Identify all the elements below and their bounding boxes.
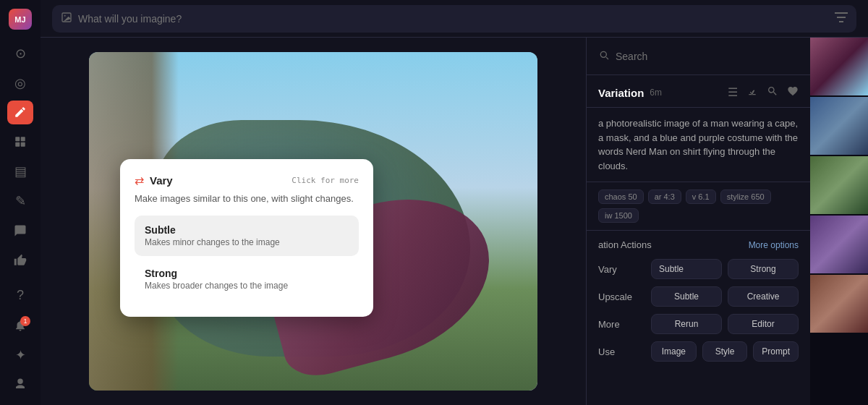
svg-point-5: [64, 14, 66, 16]
prompt-input-wrap[interactable]: [52, 5, 856, 33]
upscale-creative-button[interactable]: Creative: [728, 286, 799, 307]
actions-title: ation Actions: [598, 239, 652, 250]
panel-header: Variation 6m ☰: [587, 75, 810, 108]
tag-stylize[interactable]: stylize 650: [720, 189, 771, 204]
vary-subtitle: Make images similar to this one, with sl…: [135, 193, 359, 204]
tag-ar[interactable]: ar 4:3: [648, 189, 681, 204]
vary-popup: ⇄ Vary Click for more Make images simila…: [120, 159, 373, 317]
strip-image-1[interactable]: [810, 38, 868, 95]
sun-icon[interactable]: ✦: [7, 343, 33, 367]
like-icon[interactable]: [7, 248, 33, 272]
vary-option-strong-desc: Makes broader changes to the image: [145, 281, 349, 291]
editor-button[interactable]: Editor: [728, 314, 799, 334]
use-action-row: Use Image Style Prompt: [598, 341, 799, 362]
vary-option-subtle-title: Subtle: [145, 224, 349, 236]
search-icon: [598, 49, 610, 64]
topbar: [41, 0, 868, 38]
vary-popup-header: ⇄ Vary Click for more: [135, 174, 359, 187]
strip-image-4[interactable]: [810, 216, 868, 273]
strip-image-5[interactable]: [810, 275, 868, 333]
favorite-icon[interactable]: [787, 85, 799, 100]
svg-rect-0: [15, 137, 20, 142]
vary-option-strong[interactable]: Strong Makes broader changes to the imag…: [135, 259, 359, 299]
create-icon[interactable]: [7, 101, 33, 124]
panel-icons: ☰: [728, 85, 799, 100]
menu-icon[interactable]: ☰: [728, 85, 738, 100]
strip-image-2[interactable]: [810, 97, 868, 155]
vary-click-hint[interactable]: Click for more: [292, 176, 359, 185]
content-area: ⇄ Vary Click for more Make images simila…: [41, 38, 868, 405]
use-image-button[interactable]: Image: [651, 341, 697, 362]
gallery-icon[interactable]: [7, 130, 33, 154]
svg-rect-1: [21, 137, 25, 142]
tag-iw[interactable]: iw 1500: [598, 208, 639, 223]
search-input[interactable]: [616, 51, 799, 62]
vary-title: Vary: [150, 174, 173, 187]
use-action-label: Use: [598, 346, 645, 357]
use-style-button[interactable]: Style: [702, 341, 748, 362]
prompt-input[interactable]: [78, 13, 829, 25]
panel-time: 6m: [650, 88, 662, 98]
actions-header: ation Actions More options: [598, 239, 799, 250]
panel-description: a photorealistic image of a man wearing …: [587, 108, 810, 182]
panel-tags: chaos 50 ar 4:3 v 6.1 stylize 650 iw 150…: [587, 182, 810, 231]
more-options-link[interactable]: More options: [749, 240, 799, 250]
upscale-action-row: Upscale Subtle Creative: [598, 286, 799, 307]
panel-title-row: Variation 6m: [598, 87, 662, 99]
vary-option-strong-title: Strong: [145, 268, 349, 279]
panel-title: Variation: [598, 87, 644, 99]
main-content: ⇄ Vary Click for more Make images simila…: [41, 0, 868, 405]
sidebar: MJ ⊙ ◎ ▤ ✎ ? ✦: [0, 0, 41, 405]
chat-icon[interactable]: [7, 219, 33, 243]
tag-chaos[interactable]: chaos 50: [598, 189, 644, 204]
upscale-subtle-button[interactable]: Subtle: [651, 286, 722, 307]
help-icon[interactable]: ?: [7, 284, 33, 307]
explore-icon[interactable]: ◎: [7, 71, 33, 95]
vary-strong-button[interactable]: Strong: [728, 259, 799, 279]
notification-icon[interactable]: [7, 313, 33, 337]
user-avatar[interactable]: MJ: [9, 9, 32, 30]
svg-rect-2: [15, 142, 20, 147]
image-attach-icon: [61, 12, 72, 26]
vary-icon: ⇄: [135, 174, 144, 187]
download-icon[interactable]: [746, 85, 758, 100]
more-action-row: More Rerun Editor: [598, 314, 799, 334]
vary-option-subtle-desc: Makes minor changes to the image: [145, 237, 349, 247]
rerun-button[interactable]: Rerun: [651, 314, 722, 334]
filter-icon[interactable]: [835, 12, 848, 25]
image-area: ⇄ Vary Click for more Make images simila…: [41, 38, 586, 405]
panel-actions: ation Actions More options Vary Subtle S…: [587, 231, 810, 378]
more-action-label: More: [598, 319, 645, 330]
vary-action-label: Vary: [598, 264, 645, 275]
strip-image-3[interactable]: [810, 156, 868, 214]
image-strip: [810, 38, 868, 405]
search-bar: [587, 38, 810, 75]
svg-rect-3: [21, 142, 25, 147]
vary-title-row: ⇄ Vary: [135, 174, 173, 187]
right-panel: Variation 6m ☰ a photoreali: [586, 38, 810, 405]
profile-icon[interactable]: [7, 372, 33, 396]
collections-icon[interactable]: ▤: [7, 160, 33, 184]
pencil-icon[interactable]: ✎: [7, 189, 33, 213]
tag-version[interactable]: v 6.1: [686, 189, 716, 204]
use-prompt-button[interactable]: Prompt: [753, 341, 799, 362]
upscale-action-label: Upscale: [598, 291, 645, 302]
vary-option-subtle[interactable]: Subtle Makes minor changes to the image: [135, 216, 359, 256]
zoom-icon[interactable]: [767, 85, 778, 100]
vary-subtle-button[interactable]: Subtle: [651, 259, 722, 279]
vary-action-row: Vary Subtle Strong: [598, 259, 799, 279]
home-icon[interactable]: ⊙: [7, 41, 33, 65]
